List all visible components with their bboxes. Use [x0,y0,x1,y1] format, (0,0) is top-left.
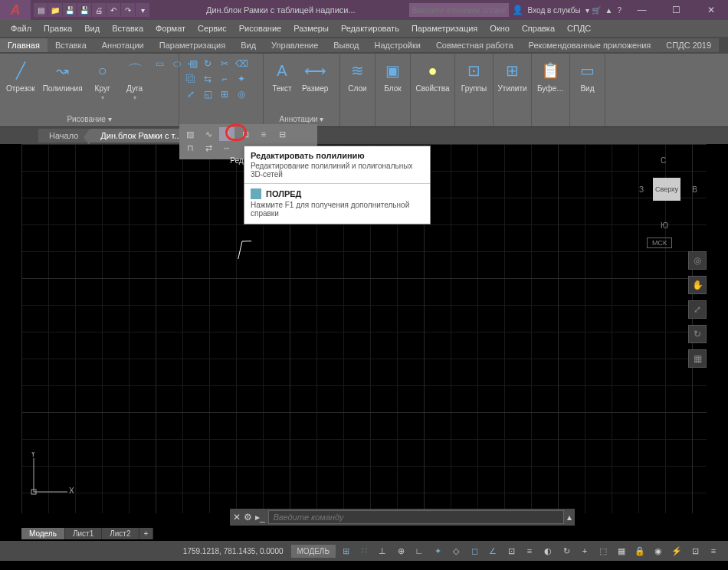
qat-saveas-icon[interactable]: 💾 [77,3,91,17]
panel-draw-label[interactable]: Рисование ▾ [5,113,174,123]
menu-window[interactable]: Окно [484,24,516,33]
help-icon[interactable]: ? [617,6,621,15]
edit-array-icon[interactable]: ⊡ [238,127,253,141]
circle-button[interactable]: ○Круг▾ [89,57,116,103]
rect-icon[interactable]: ▭ [153,57,167,70]
start-tab[interactable]: Начало [38,129,90,142]
viewcube-west[interactable]: З [639,185,644,194]
command-input[interactable] [268,510,564,524]
dimension-button[interactable]: ⟷Размер [300,57,330,94]
menu-file[interactable]: Файл [5,24,38,33]
viewcube-north[interactable]: С [661,156,666,165]
tab-addins[interactable]: Надстройки [367,38,428,52]
transparency-icon[interactable]: ◐ [539,543,556,559]
model-space-button[interactable]: МОДЕЛЬ [291,545,336,558]
layers-button[interactable]: ≋Слои [345,57,370,94]
close-button[interactable]: ✕ [694,0,728,20]
model-tab[interactable]: Модель [21,528,65,539]
showmotion-icon[interactable]: ▦ [688,349,707,368]
pan-icon[interactable]: ✋ [688,276,707,294]
tab-insert[interactable]: Вставка [48,38,94,52]
edit-lengthen-icon[interactable]: ↔ [219,141,234,155]
lineweight-icon[interactable]: ≡ [521,543,538,559]
hardware-accel-icon[interactable]: ⚡ [668,543,685,559]
annotation-monitor-icon[interactable]: + [576,543,593,559]
edit-reverse-icon[interactable]: ⇄ [201,141,216,155]
tab-output[interactable]: Вывод [326,38,366,52]
menu-help[interactable]: Справка [516,24,561,33]
edit-hatch-icon[interactable]: ▨ [182,127,198,141]
qat-open-icon[interactable]: 📁 [48,3,62,17]
cycling-icon[interactable]: ↻ [558,543,575,559]
quick-props-icon[interactable]: ▦ [613,543,630,559]
snap-toggle-icon[interactable]: ∷ [356,543,372,559]
viewcube[interactable]: С З Сверху В Ю МСК [636,156,697,248]
cmd-customize-icon[interactable]: ⚙ [244,512,252,522]
maximize-button[interactable]: ☐ [659,0,694,20]
osnap-toggle-icon[interactable]: ◻ [466,543,483,559]
array-icon[interactable]: ⊞ [218,87,231,101]
units-icon[interactable]: ⬚ [595,543,612,559]
tab-home[interactable]: Главная [0,38,48,52]
orbit-icon[interactable]: ↻ [688,325,707,343]
cart-icon[interactable]: ▾ 🛒 [585,6,601,15]
layout1-tab[interactable]: Лист1 [65,528,102,539]
erase-icon[interactable]: ⌫ [234,57,248,70]
edit-spline-icon[interactable]: ∿ [201,127,216,141]
line-button[interactable]: ╱Отрезок [5,57,37,94]
zoom-extents-icon[interactable]: ⤢ [688,300,707,319]
tab-collab[interactable]: Совместная работа [428,38,521,52]
drawing-tab[interactable]: Дин.блок Рамки с т... [90,129,192,142]
cmd-dropdown-icon[interactable]: ▴ [567,512,572,522]
edit-break-icon[interactable]: ⊟ [274,127,290,141]
dynamic-input-icon[interactable]: ⊕ [392,543,409,559]
edit-join-icon[interactable]: ⊓ [182,141,198,155]
clipboard-button[interactable]: 📋Буфе… [536,57,565,94]
steering-wheel-icon[interactable]: ◎ [688,251,707,270]
cmd-history-icon[interactable]: ✕ [233,512,241,522]
qat-undo-icon[interactable]: ↶ [107,3,120,17]
3dosnap-icon[interactable]: ∠ [484,543,501,559]
fillet-icon[interactable]: ⌐ [218,72,231,86]
scale-icon[interactable]: ◱ [201,87,215,101]
copy-icon[interactable]: ⿻ [184,72,198,86]
qat-plot-icon[interactable]: 🖨 [92,3,106,17]
menu-spds[interactable]: СПДС [561,24,597,33]
qat-redo-icon[interactable]: ↷ [121,3,135,17]
menu-view[interactable]: Вид [78,24,106,33]
tab-parametric[interactable]: Параметризация [152,38,233,52]
add-layout-tab[interactable]: + [139,528,154,539]
search-input[interactable] [409,3,509,17]
move-icon[interactable]: ↔ [184,57,198,70]
customize-status-icon[interactable]: ≡ [705,543,722,559]
grid-toggle-icon[interactable]: ⊞ [337,543,354,559]
app-logo[interactable]: A [0,0,31,20]
polyline-button[interactable]: ↝Полилиния [41,57,84,94]
menu-draw[interactable]: Рисование [233,24,287,33]
tab-spds2019[interactable]: СПДС 2019 [658,38,719,52]
viewcube-top[interactable]: Сверху [653,178,680,201]
otrack-icon[interactable]: ⊡ [503,543,520,559]
mirror-icon[interactable]: ⇆ [201,72,215,86]
polar-toggle-icon[interactable]: ✦ [429,543,446,559]
lock-ui-icon[interactable]: 🔒 [631,543,648,559]
view-button[interactable]: ▭Вид [575,57,600,94]
user-area[interactable]: 👤 Вход в службы ▾ 🛒 ▲ ? [509,5,625,15]
tab-manage[interactable]: Управление [264,38,326,52]
ortho-toggle-icon[interactable]: ∟ [411,543,428,559]
edit-align-icon[interactable]: ≡ [256,127,271,141]
tab-view[interactable]: Вид [233,38,264,52]
qat-save-icon[interactable]: 💾 [63,3,77,17]
coord-system[interactable]: МСК [647,238,672,248]
menu-format[interactable]: Формат [149,24,192,33]
explode-icon[interactable]: ✦ [234,72,248,86]
infer-constraints-icon[interactable]: ⊥ [374,543,391,559]
autodesk-icon[interactable]: ▲ [605,6,613,15]
groups-button[interactable]: ⊡Группы [460,57,488,94]
tab-featured[interactable]: Рекомендованные приложения [521,38,659,52]
stretch-icon[interactable]: ⤢ [184,87,198,101]
rotate-icon[interactable]: ↻ [201,57,215,70]
viewcube-south[interactable]: Ю [661,221,668,230]
block-button[interactable]: ▣Блок [380,57,405,94]
qat-new-icon[interactable]: ▤ [34,3,48,17]
